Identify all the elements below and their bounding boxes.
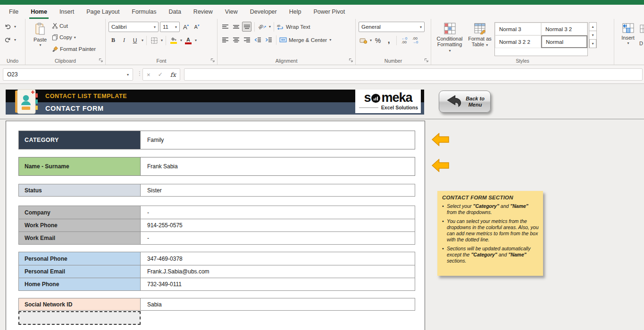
cells-group: Insert ▾ D bbox=[614, 19, 644, 65]
font-dialog-launcher-icon[interactable] bbox=[210, 58, 215, 63]
insert-function-icon[interactable]: fx bbox=[170, 71, 176, 78]
add-new-metric-cell[interactable] bbox=[18, 311, 141, 325]
font-name-select[interactable]: Calibri▾ bbox=[109, 22, 159, 32]
align-middle-button[interactable] bbox=[231, 22, 241, 32]
status-label: Status bbox=[19, 184, 141, 196]
tab-insert[interactable]: Insert bbox=[53, 5, 80, 19]
delete-button-cutoff[interactable]: D bbox=[639, 41, 643, 46]
format-painter-button[interactable]: Format Painter bbox=[52, 46, 96, 52]
work-email-value-cell[interactable]: - bbox=[141, 232, 415, 244]
company-row: Company - bbox=[19, 206, 415, 219]
paste-icon bbox=[34, 23, 46, 35]
copy-label: Copy bbox=[59, 34, 72, 40]
align-left-button[interactable] bbox=[220, 35, 230, 45]
redo-button[interactable] bbox=[3, 35, 12, 45]
decrease-decimal-button[interactable]: .00→0 bbox=[410, 35, 420, 45]
insert-cells-button[interactable]: Insert ▾ bbox=[617, 22, 639, 47]
grow-font-button[interactable]: A▴ bbox=[181, 22, 191, 32]
tab-developer[interactable]: Developer bbox=[244, 5, 283, 19]
tab-help[interactable]: Help bbox=[283, 5, 308, 19]
underline-button[interactable]: U bbox=[130, 35, 140, 45]
company-value-cell[interactable]: - bbox=[141, 206, 415, 219]
undo-button[interactable] bbox=[3, 22, 12, 32]
formula-bar-grip[interactable]: ⋮ bbox=[137, 70, 142, 77]
cancel-icon[interactable]: × bbox=[147, 71, 151, 78]
enter-icon[interactable]: ✓ bbox=[158, 71, 163, 78]
tab-page-layout[interactable]: Page Layout bbox=[80, 5, 125, 19]
chevron-down-icon[interactable]: ▾ bbox=[195, 38, 197, 42]
tab-view[interactable]: View bbox=[219, 5, 244, 19]
tab-file[interactable]: File bbox=[3, 5, 25, 19]
borders-button[interactable] bbox=[150, 35, 159, 45]
personal-email-value-cell[interactable]: Frank.J.Sabia@ubs.com bbox=[141, 265, 415, 278]
back-to-menu-button[interactable]: Back toMenu bbox=[439, 91, 491, 113]
orientation-button[interactable]: ab↗ bbox=[258, 22, 267, 32]
percent-style-button[interactable]: % bbox=[373, 35, 383, 45]
chevron-down-icon[interactable]: ▾ bbox=[370, 38, 372, 42]
chevron-down-icon[interactable]: ▾ bbox=[142, 38, 143, 42]
name-box[interactable]: O23 ▾ bbox=[3, 68, 133, 81]
wrap-text-button[interactable]: ab Wrap Text bbox=[277, 24, 310, 30]
paste-button[interactable]: Paste ▾ bbox=[28, 22, 52, 56]
bold-button[interactable]: B bbox=[109, 35, 118, 45]
increase-decimal-button[interactable]: ←0.00 bbox=[400, 35, 409, 45]
style-normal-3-2-2[interactable]: Normal 3 2 2 bbox=[495, 35, 541, 48]
tab-power-pivot[interactable]: Power Pivot bbox=[307, 5, 351, 19]
chevron-down-icon[interactable]: ▾ bbox=[269, 25, 271, 29]
align-right-button[interactable] bbox=[242, 35, 251, 45]
comma-style-button[interactable]: , bbox=[384, 35, 393, 45]
accounting-format-button[interactable] bbox=[359, 35, 368, 45]
chevron-down-icon[interactable]: ▾ bbox=[127, 73, 129, 77]
italic-button[interactable]: I bbox=[119, 35, 129, 45]
chevron-down-icon[interactable]: ▾ bbox=[14, 38, 16, 42]
formula-input[interactable] bbox=[184, 68, 643, 81]
chevron-down-icon[interactable]: ▾ bbox=[180, 38, 182, 42]
home-phone-value-cell[interactable]: 732-349-0111 bbox=[141, 278, 415, 290]
name-surname-value-cell[interactable]: Frank Sabia bbox=[141, 157, 415, 175]
style-normal-3-2[interactable]: Normal 3 2 bbox=[541, 23, 587, 35]
merge-center-button[interactable]: Merge & Center ▾ bbox=[279, 37, 331, 43]
align-bottom-button[interactable] bbox=[242, 22, 251, 32]
shrink-font-button[interactable]: A▾ bbox=[192, 22, 201, 32]
category-value-cell[interactable]: Family bbox=[141, 131, 415, 149]
chevron-down-icon[interactable]: ▾ bbox=[39, 42, 41, 48]
gallery-scroll-down-button[interactable]: ▾ bbox=[589, 31, 597, 40]
style-normal-3[interactable]: Normal 3 bbox=[495, 23, 541, 35]
status-value-cell[interactable]: Sister bbox=[141, 184, 415, 196]
personal-phone-value-cell[interactable]: 347-469-0378 bbox=[141, 252, 415, 265]
clipboard-dialog-launcher-icon[interactable] bbox=[99, 58, 103, 63]
tab-formulas[interactable]: Formulas bbox=[125, 5, 162, 19]
gallery-scroll-up-button[interactable]: ▴ bbox=[589, 22, 597, 31]
number-group: General▾ ▾ % , ←0.00 .00→0 Number bbox=[356, 19, 431, 65]
fill-color-button[interactable] bbox=[169, 35, 178, 45]
alignment-dialog-launcher-icon[interactable] bbox=[349, 58, 353, 63]
social-network-value-cell[interactable]: Sabia bbox=[141, 298, 415, 310]
number-format-select[interactable]: General▾ bbox=[359, 22, 425, 32]
tab-home[interactable]: Home bbox=[25, 5, 53, 19]
chevron-down-icon: ▾ bbox=[627, 41, 629, 46]
align-top-button[interactable] bbox=[220, 22, 230, 32]
note-title: CONTACT FORM SECTION bbox=[442, 195, 539, 200]
conditional-formatting-button[interactable]: Conditional Formatting ▾ bbox=[434, 22, 465, 56]
cut-button[interactable]: Cut bbox=[52, 23, 96, 29]
format-as-table-button[interactable]: Format as Table ▾ bbox=[465, 22, 494, 56]
insert-cells-icon bbox=[622, 23, 634, 33]
number-dialog-launcher-icon[interactable] bbox=[424, 58, 429, 63]
decrease-indent-button[interactable] bbox=[253, 35, 262, 45]
template-title: CONTACT LIST TEMPLATE bbox=[45, 90, 127, 102]
align-center-button[interactable] bbox=[231, 35, 241, 45]
tab-review[interactable]: Review bbox=[187, 5, 219, 19]
copy-button[interactable]: Copy ▾ bbox=[52, 34, 96, 41]
font-size-select[interactable]: 11▾ bbox=[160, 22, 180, 32]
style-normal-selected[interactable]: Normal bbox=[541, 35, 587, 48]
tab-data[interactable]: Data bbox=[162, 5, 187, 19]
chevron-down-icon[interactable]: ▾ bbox=[161, 38, 163, 42]
chevron-down-icon[interactable]: ▾ bbox=[74, 35, 76, 40]
gallery-more-button[interactable]: ▾ bbox=[589, 39, 597, 48]
increase-indent-button[interactable] bbox=[264, 35, 273, 45]
font-color-button[interactable]: A bbox=[184, 35, 193, 45]
chevron-down-icon[interactable]: ▾ bbox=[329, 38, 331, 42]
format-painter-label: Format Painter bbox=[60, 46, 96, 52]
work-phone-value-cell[interactable]: 914-255-0575 bbox=[141, 219, 415, 231]
chevron-down-icon[interactable]: ▾ bbox=[14, 25, 16, 29]
